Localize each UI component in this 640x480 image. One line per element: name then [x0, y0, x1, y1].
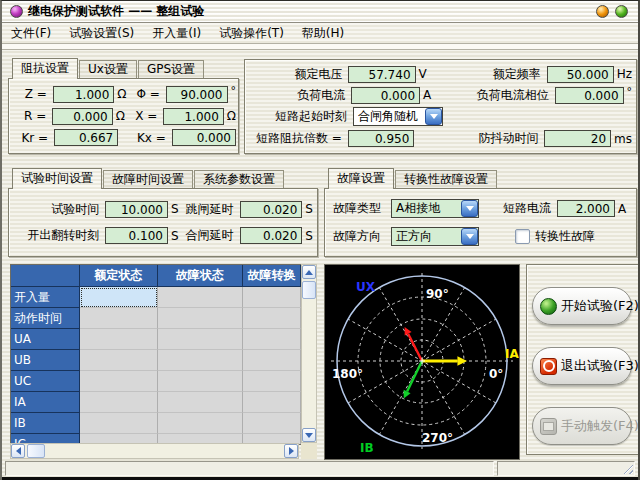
table-cell[interactable] — [80, 329, 158, 350]
table-cell[interactable] — [243, 308, 301, 329]
table-cell[interactable] — [80, 308, 158, 329]
short-current-field[interactable]: 2.000 — [557, 200, 615, 217]
tab-convert-fault-settings[interactable]: 转换性故障设置 — [395, 170, 497, 188]
table-row: UA — [11, 329, 301, 350]
phasor-plot: 90° 180° 0° 270° UX IA IB — [325, 265, 519, 459]
phi-field[interactable]: 90.000 — [166, 86, 228, 103]
ia-label: IA — [505, 347, 519, 361]
app-icon — [10, 5, 23, 18]
tab-impedance-settings[interactable]: 阻抗设置 — [12, 58, 78, 79]
source-panel: 额定电压 57.740 V 额定频率 50.000 Hz 负荷电流 0.000 … — [244, 59, 637, 154]
test-time-unit: S — [168, 202, 186, 216]
tab-system-params[interactable]: 系统参数设置 — [194, 170, 284, 188]
kr-field[interactable]: 0.667 — [54, 129, 118, 146]
start-test-button[interactable]: 开始试验(F2) — [532, 287, 632, 325]
r-label: R = — [19, 109, 46, 123]
table-cell[interactable] — [158, 329, 244, 350]
table-row: IB — [11, 413, 301, 434]
horizontal-scroll-thumb[interactable] — [27, 444, 45, 458]
x-unit: Ω — [224, 109, 236, 123]
fault-type-dropdown-button[interactable] — [461, 200, 478, 217]
r-field[interactable]: 0.000 — [52, 108, 112, 125]
load-phase-label: 负荷电流相位 — [441, 87, 549, 104]
fault-type-value: A相接地 — [392, 200, 461, 217]
convert-fault-checkbox[interactable] — [515, 229, 530, 244]
table-cell[interactable] — [158, 287, 244, 308]
table-cell[interactable] — [243, 371, 301, 392]
trip-delay-field[interactable]: 0.020 — [240, 201, 303, 218]
load-current-unit: A — [420, 88, 441, 102]
flip-time-field[interactable]: 0.100 — [105, 227, 168, 244]
table-cell[interactable] — [158, 350, 244, 371]
table-cell[interactable] — [243, 413, 301, 434]
row-header: UB — [11, 350, 80, 371]
table-cell[interactable] — [80, 350, 158, 371]
table-cell[interactable] — [158, 371, 244, 392]
fault-type-dropdown[interactable]: A相接地 — [391, 199, 479, 218]
scroll-up-button[interactable] — [302, 265, 316, 279]
status-right-area — [497, 461, 635, 476]
vertical-scroll-thumb[interactable] — [302, 281, 316, 299]
short-start-dropdown-button[interactable] — [425, 108, 442, 125]
horizontal-scrollbar[interactable] — [10, 443, 299, 459]
impedance-ratio-field[interactable]: 0.950 — [348, 130, 415, 147]
rated-freq-label: 额定频率 — [436, 66, 541, 83]
fault-panel: 故障类型 A相接地 短路电流 2.000 A 故障方向 正方向 — [324, 188, 637, 257]
table-cell[interactable] — [80, 287, 158, 308]
flip-time-label: 开出翻转时刻 — [15, 227, 99, 244]
exit-test-button[interactable]: 退出试验(F3) — [532, 347, 632, 385]
table-cell[interactable] — [80, 392, 158, 413]
deg-180-label: 180° — [332, 367, 363, 381]
trip-delay-label: 跳闸延时 — [186, 201, 234, 218]
debounce-field[interactable]: 20 — [544, 130, 611, 147]
tab-test-time[interactable]: 试验时间设置 — [12, 168, 102, 189]
test-time-field[interactable]: 10.000 — [105, 201, 168, 218]
tab-gps-settings[interactable]: GPS设置 — [138, 60, 204, 78]
scroll-down-button[interactable] — [302, 428, 316, 442]
arrow-left-icon — [16, 447, 21, 455]
scroll-right-button[interactable] — [284, 444, 298, 458]
table-cell[interactable] — [243, 350, 301, 371]
deg-90-label: 90° — [426, 287, 449, 301]
table-cell[interactable] — [243, 329, 301, 350]
menu-file[interactable]: 文件(F) — [2, 24, 60, 42]
close-button[interactable] — [615, 5, 628, 18]
kx-field[interactable]: 0.000 — [172, 129, 236, 146]
impedance-tabbar: 阻抗设置 Ux设置 GPS设置 — [8, 58, 239, 78]
menu-help[interactable]: 帮助(H) — [293, 24, 353, 42]
close-delay-field[interactable]: 0.020 — [240, 227, 303, 244]
scroll-left-button[interactable] — [11, 444, 25, 458]
time-group: 试验时间设置 故障时间设置 系统参数设置 试验时间 10.000 S 跳闸延时 … — [8, 168, 318, 257]
fault-type-label: 故障类型 — [333, 200, 383, 217]
table-cell[interactable] — [158, 413, 244, 434]
start-icon — [540, 298, 557, 315]
debounce-unit: ms — [611, 132, 632, 146]
fault-direction-dropdown[interactable]: 正方向 — [391, 227, 479, 246]
scrollbar-corner — [301, 443, 317, 459]
menu-input-quantity[interactable]: 开入量(I) — [143, 24, 210, 42]
load-current-field[interactable]: 0.000 — [351, 87, 420, 104]
table-cell[interactable] — [80, 413, 158, 434]
table-cell[interactable] — [80, 371, 158, 392]
menu-test-settings[interactable]: 试验设置(S) — [60, 24, 143, 42]
z-field[interactable]: 1.000 — [53, 86, 115, 103]
minimize-button[interactable] — [596, 5, 609, 18]
table-cell[interactable] — [158, 308, 244, 329]
short-start-dropdown[interactable]: 合闸角随机 — [353, 107, 443, 126]
rated-voltage-field[interactable]: 57.740 — [348, 66, 415, 83]
vertical-scrollbar[interactable] — [301, 264, 317, 443]
table-cell[interactable] — [158, 392, 244, 413]
arrow-right-icon — [289, 447, 294, 455]
tab-ux-settings[interactable]: Ux设置 — [79, 60, 137, 78]
fault-direction-dropdown-button[interactable] — [461, 228, 478, 245]
menu-test-operation[interactable]: 试验操作(T) — [210, 24, 293, 42]
load-phase-field[interactable]: 0.000 — [555, 87, 624, 104]
row-header: 动作时间 — [11, 308, 80, 329]
tab-fault-settings[interactable]: 故障设置 — [328, 168, 394, 189]
tab-fault-time[interactable]: 故障时间设置 — [103, 170, 193, 188]
table-cell[interactable] — [243, 392, 301, 413]
x-field[interactable]: 1.000 — [163, 108, 223, 125]
table-cell[interactable] — [243, 287, 301, 308]
resize-grip[interactable] — [621, 462, 633, 474]
rated-freq-field[interactable]: 50.000 — [547, 66, 614, 83]
